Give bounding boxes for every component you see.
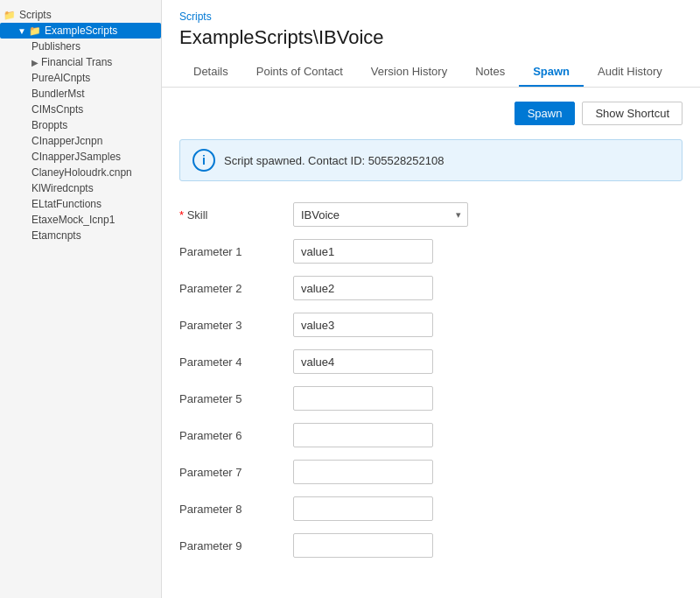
param3-label: Parameter 3 xyxy=(179,319,293,332)
sidebar-item-label: Financial Trans xyxy=(41,56,112,68)
sidebar-item-label: EtaxeMock_Icnp1 xyxy=(32,214,115,226)
param5-label: Parameter 5 xyxy=(179,392,293,405)
breadcrumb[interactable]: Scripts xyxy=(179,11,682,23)
page-title: ExampleScripts\IBVoice xyxy=(179,26,682,49)
form-row-param9: Parameter 9 xyxy=(179,533,682,558)
tab-audit-history[interactable]: Audit History xyxy=(584,58,676,87)
skill-select[interactable]: IBVoice xyxy=(293,202,468,227)
info-icon: i xyxy=(192,149,215,172)
folder-icon: 📁 xyxy=(4,10,16,21)
form-row-param2: Parameter 2 xyxy=(179,276,682,300)
param9-input[interactable] xyxy=(293,533,433,558)
tab-points-of-contact[interactable]: Points of Contact xyxy=(242,58,357,87)
info-message: Script spawned. Contact ID: 505528252108 xyxy=(224,154,444,167)
param4-input[interactable] xyxy=(293,349,433,374)
sidebar-item-publishers[interactable]: Publishers xyxy=(0,39,161,54)
sidebar-item-label: KlWiredcnpts xyxy=(32,182,94,194)
form-row-param1: Parameter 1 xyxy=(179,239,682,264)
sidebar-item-label: ExampleScripts xyxy=(45,25,117,37)
sidebar-item-10[interactable]: KlWiredcnpts xyxy=(0,180,161,196)
form-row-param7: Parameter 7 xyxy=(179,460,682,484)
param4-label: Parameter 4 xyxy=(179,355,293,369)
param7-input[interactable] xyxy=(293,460,433,484)
form-row-param6: Parameter 6 xyxy=(179,423,682,447)
main-content: Scripts ExampleScripts\IBVoice Details P… xyxy=(162,0,700,598)
sidebar-item-12[interactable]: EtaxeMock_Icnp1 xyxy=(0,212,161,228)
tab-bar: Details Points of Contact Version Histor… xyxy=(179,58,682,87)
tab-details[interactable]: Details xyxy=(179,58,242,87)
show-shortcut-button[interactable]: Show Shortcut xyxy=(582,102,682,125)
sidebar-item-example-scripts[interactable]: ▼ 📁 ExampleScripts xyxy=(0,23,161,39)
sidebar-item-label: ClaneyHoloudrk.cnpn xyxy=(32,166,132,179)
sidebar-root-label: Scripts xyxy=(19,9,52,21)
sidebar-item-6[interactable]: Broppts xyxy=(0,117,161,133)
sidebar-item-label: CInapperJcnpn xyxy=(32,135,102,147)
skill-label: Skill xyxy=(179,208,293,222)
form-row-param5: Parameter 5 xyxy=(179,386,682,411)
param2-label: Parameter 2 xyxy=(179,282,293,295)
sidebar-root-scripts[interactable]: 📁 Scripts xyxy=(0,7,161,23)
sidebar-item-5[interactable]: CIMsCnpts xyxy=(0,102,161,117)
param1-input[interactable] xyxy=(293,239,433,264)
sidebar-item-8[interactable]: CInapperJSamples xyxy=(0,149,161,165)
param9-label: Parameter 9 xyxy=(179,539,293,552)
sidebar-item-label: ELtatFunctions xyxy=(32,198,102,210)
page-header: Scripts ExampleScripts\IBVoice Details P… xyxy=(162,0,700,88)
sidebar-item-label: Etamcnpts xyxy=(32,229,81,242)
param1-label: Parameter 1 xyxy=(179,245,293,258)
expand-icon: ▼ xyxy=(18,26,26,36)
sidebar-item-7[interactable]: CInapperJcnpn xyxy=(0,133,161,149)
sidebar-item-label: BundlerMst xyxy=(32,88,85,100)
sidebar-item-label: PureAlCnpts xyxy=(32,72,90,84)
sidebar-item-11[interactable]: ELtatFunctions xyxy=(0,196,161,212)
sidebar-item-label: Broppts xyxy=(32,119,67,131)
sidebar-item-13[interactable]: Etamcnpts xyxy=(0,228,161,243)
sidebar-item-9[interactable]: ClaneyHoloudrk.cnpn xyxy=(0,165,161,180)
param8-input[interactable] xyxy=(293,496,433,521)
spawn-button[interactable]: Spawn xyxy=(514,102,576,125)
sidebar-item-financial[interactable]: ▶ Financial Trans xyxy=(0,54,161,70)
folder-icon: 📁 xyxy=(29,25,41,37)
sidebar-item-label: CIMsCnpts xyxy=(32,103,83,116)
tab-version-history[interactable]: Version History xyxy=(357,58,461,87)
tab-notes[interactable]: Notes xyxy=(461,58,519,87)
param3-input[interactable] xyxy=(293,313,433,337)
param7-label: Parameter 7 xyxy=(179,466,293,479)
skill-select-wrapper: IBVoice ▾ xyxy=(293,202,468,227)
sidebar-item-label: Publishers xyxy=(32,40,80,53)
param6-label: Parameter 6 xyxy=(179,429,293,442)
param8-label: Parameter 8 xyxy=(179,503,293,516)
form-row-param3: Parameter 3 xyxy=(179,313,682,337)
tab-spawn[interactable]: Spawn xyxy=(519,58,584,87)
form-row-skill: Skill IBVoice ▾ xyxy=(179,202,682,227)
sidebar: 📁 Scripts ▼ 📁 ExampleScripts Publishers … xyxy=(0,0,162,598)
param5-input[interactable] xyxy=(293,386,433,411)
expand-icon: ▶ xyxy=(32,58,38,67)
param2-input[interactable] xyxy=(293,276,433,300)
sidebar-item-4[interactable]: BundlerMst xyxy=(0,86,161,102)
form-row-param8: Parameter 8 xyxy=(179,496,682,521)
info-banner: i Script spawned. Contact ID: 5055282521… xyxy=(179,139,682,181)
spawn-form: Skill IBVoice ▾ Parameter 1 Parameter 2 … xyxy=(179,202,682,558)
param6-input[interactable] xyxy=(293,423,433,447)
sidebar-item-3[interactable]: PureAlCnpts xyxy=(0,70,161,86)
sidebar-item-label: CInapperJSamples xyxy=(32,151,121,163)
toolbar: Spawn Show Shortcut xyxy=(179,102,682,125)
form-row-param4: Parameter 4 xyxy=(179,349,682,374)
tab-content: Spawn Show Shortcut i Script spawned. Co… xyxy=(162,88,700,598)
